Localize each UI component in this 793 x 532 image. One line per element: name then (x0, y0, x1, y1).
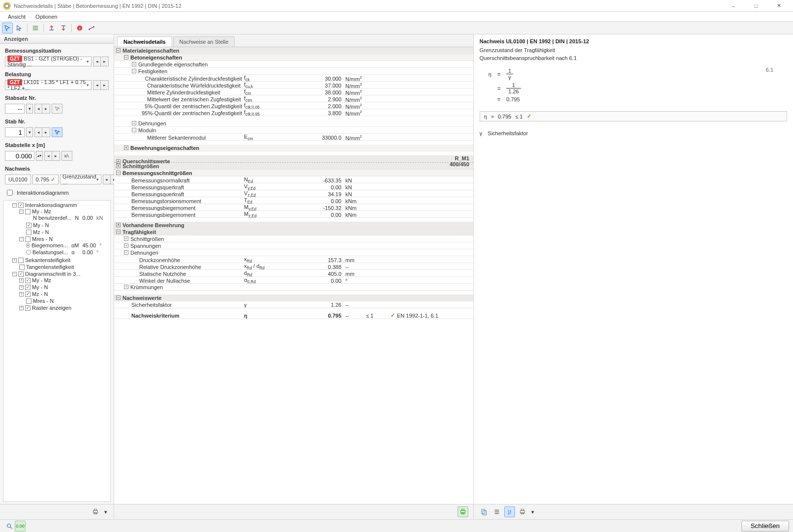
collapse-icon[interactable]: − (116, 296, 121, 300)
table-row[interactable]: 5%-Quantil der zentrischen Zugfestigkeit… (114, 102, 473, 109)
menu-ansicht[interactable]: Ansicht (3, 13, 30, 21)
tool-balance-icon[interactable] (86, 23, 97, 33)
xdiv-icon[interactable]: x/L (61, 151, 72, 161)
table-row[interactable]: +Grundlegende eigenschaften (114, 61, 473, 68)
pick-stab-icon[interactable] (52, 127, 62, 137)
minimize-button[interactable]: – (722, 0, 745, 12)
details-content[interactable]: −Materialeigenschaften−Betoneigenschafte… (114, 47, 473, 504)
search-icon[interactable] (4, 521, 15, 532)
prev-button[interactable]: ◂ (93, 80, 101, 90)
tool-sort-up-icon[interactable] (46, 23, 57, 33)
maximize-button[interactable]: □ (745, 0, 767, 12)
print-icon[interactable] (90, 506, 101, 517)
input-stabstelle[interactable] (5, 151, 34, 161)
input-stabsatz[interactable] (5, 104, 25, 114)
table-row[interactable]: 95%-Quantil der zentrischen Zugfestigkei… (114, 109, 473, 116)
expand-icon[interactable]: + (132, 121, 136, 125)
dropdown-bemessungssituation[interactable]: GZT BS1 - GZT (STR/GEO) - Ständig ... ▾ (5, 57, 92, 66)
collapse-icon[interactable]: − (132, 69, 136, 73)
expand-icon[interactable]: + (124, 236, 128, 241)
tool-list-icon[interactable] (30, 23, 41, 33)
table-row[interactable]: BemessungsquerkraftVy,Ed0.00kN (114, 183, 473, 190)
dropdown-icon[interactable]: ▾ (103, 506, 109, 517)
table-row[interactable]: BemessungsbiegemomentMy,Ed-150.32kNm (114, 204, 473, 211)
collapse-icon[interactable]: − (116, 48, 121, 53)
expand-icon[interactable]: + (116, 164, 121, 168)
chevron-down-icon[interactable]: ▾ (26, 104, 33, 114)
table-row[interactable]: Mittlere Zylinderdruckfestigkeitfcm38.00… (114, 89, 473, 95)
checkbox-icon[interactable] (25, 209, 30, 214)
collapse-icon[interactable]: − (132, 128, 136, 132)
expand-icon[interactable]: + (124, 243, 128, 248)
tool-pointer-icon[interactable] (14, 23, 25, 33)
table-row[interactable]: −Bemessungsschnittgrößen (114, 170, 473, 177)
table-row[interactable]: Mittlerer SekantenmodulEcm33000.0N/mm2 (114, 134, 473, 141)
next-button[interactable]: ▸ (52, 151, 60, 161)
table-row[interactable]: −Dehnungen (114, 249, 473, 256)
table-row[interactable]: +QuerschnittswerteR_M1 400/450 (114, 155, 473, 162)
expand-icon[interactable]: + (19, 278, 24, 283)
spinner-icon[interactable]: ▴▾ (36, 151, 43, 161)
table-row[interactable]: Statische NutzhöhedRd405.0mm (114, 270, 473, 277)
expand-icon[interactable]: + (19, 306, 24, 310)
next-button[interactable]: ▸ (42, 104, 50, 114)
expand-icon[interactable]: + (19, 292, 24, 296)
expand-icon[interactable]: + (116, 223, 121, 227)
checkbox-icon[interactable] (19, 265, 25, 270)
table-row[interactable]: −Festigkeiten (114, 68, 473, 75)
radio-icon[interactable] (26, 243, 30, 248)
checkbox-icon[interactable] (25, 278, 30, 283)
collapse-icon[interactable]: − (19, 237, 24, 241)
table-row[interactable]: BemessungstorsionsmomentTEd0.00kNm (114, 197, 473, 204)
table-row[interactable]: Mittelwert der zentrischen Zugfestigkeit… (114, 95, 473, 102)
table-row[interactable]: −Materialeigenschaften (114, 47, 473, 54)
expand-icon[interactable]: + (19, 285, 24, 290)
radio-icon[interactable] (26, 250, 31, 255)
dropdown-belastung[interactable]: GZT LK101 - 1.35 * LF1 + 0.75 * LF2 +...… (5, 80, 92, 90)
chevron-down-icon[interactable]: ▾ (26, 127, 33, 137)
checkbox-icon[interactable] (25, 285, 30, 290)
table-row[interactable]: BemessungsnormalkraftNEd-633.35kN (114, 177, 473, 183)
print-icon[interactable] (517, 506, 528, 517)
table-row[interactable]: +Schnittgrößen (114, 236, 473, 242)
prev-button[interactable]: ◂ (103, 175, 111, 184)
formula-view-icon[interactable]: ∑ (504, 506, 515, 517)
collapse-icon[interactable]: − (116, 230, 121, 234)
dropdown-icon[interactable]: ▾ (530, 506, 536, 517)
close-dialog-button[interactable]: Schließen (741, 521, 789, 532)
checkbox-icon[interactable] (26, 230, 31, 235)
table-row[interactable]: +Schnittgrößen (114, 163, 473, 170)
collapse-icon[interactable]: − (124, 250, 128, 255)
collapse-icon[interactable]: − (124, 55, 128, 59)
table-row[interactable]: DruckzonenhöhexRd157.3mm (114, 256, 473, 263)
checkbox-icon[interactable] (18, 271, 24, 277)
tab-nachweise-an-stelle[interactable]: Nachweise an Stelle (173, 36, 235, 47)
table-row[interactable]: Sicherheitsfaktorγ1.26-- (114, 301, 473, 308)
next-button[interactable]: ▸ (101, 80, 109, 90)
collapse-icon[interactable]: − (12, 272, 17, 276)
table-row[interactable]: Winkel der Nullachseα0,Rd0.00° (114, 277, 473, 284)
close-button[interactable]: ✕ (767, 0, 790, 12)
checkbox-icon[interactable] (26, 298, 31, 304)
table-row[interactable]: +Vorhandene Bewehrung (114, 222, 473, 229)
table-row[interactable]: −Betoneigenschaften (114, 54, 473, 61)
input-stab[interactable] (5, 127, 25, 137)
table-row[interactable]: Charakteristische Würfeldruckfestigkeitf… (114, 82, 473, 89)
checkbox-icon[interactable] (25, 305, 30, 311)
tab-nachweisdetails[interactable]: Nachweisdetails (117, 36, 172, 47)
checkbox-icon[interactable] (25, 292, 30, 297)
expand-icon[interactable]: + (12, 258, 17, 263)
table-row[interactable]: Charakteristische Zylinderdruckfestigkei… (114, 75, 473, 82)
menu-optionen[interactable]: Optionen (30, 13, 62, 21)
table-row[interactable]: +Bewehrungseigenschaften (114, 145, 473, 151)
prev-button[interactable]: ◂ (34, 127, 42, 137)
checkbox-icon[interactable] (18, 258, 24, 263)
collapse-icon[interactable]: − (19, 209, 24, 214)
checkbox-icon[interactable] (18, 203, 24, 208)
expand-icon[interactable]: + (124, 146, 128, 150)
tool-sort-down-icon[interactable] (58, 23, 69, 33)
prev-button[interactable]: ◂ (93, 57, 101, 66)
checkbox-interaktionsdiagramm[interactable]: Interaktionsdiagramm (0, 185, 114, 200)
prev-button[interactable]: ◂ (34, 104, 42, 114)
pick-stabsatz-icon[interactable] (52, 104, 62, 114)
